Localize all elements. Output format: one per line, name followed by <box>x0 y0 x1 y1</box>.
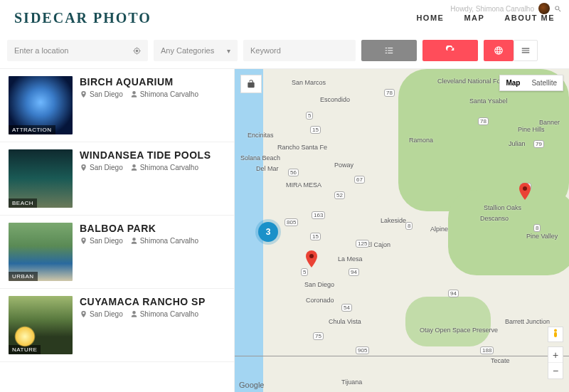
map-city-label: Julian <box>509 140 526 147</box>
person-icon <box>130 237 138 245</box>
listing-city: San Diego <box>90 90 123 98</box>
content-area: ATTRACTION BIRCH AQUARIUM San Diego Shim… <box>0 68 569 392</box>
person-icon <box>130 90 138 98</box>
route-shield: 56 <box>288 169 299 176</box>
map-city-label: La Mesa <box>338 255 363 263</box>
map-city-label: Coronado <box>306 297 334 304</box>
map-city-label: Santa Ysabel <box>469 97 507 105</box>
listing-city: San Diego <box>90 310 123 318</box>
listing-tag: ATTRACTION <box>9 125 55 134</box>
map-city-label: Otay Open Space Preserve <box>420 327 498 334</box>
map-type-switch: Map Satellite <box>499 75 563 91</box>
listing-author: Shimona Carvalho <box>140 90 198 98</box>
map-city-label: Barrett Junction <box>505 318 550 325</box>
streetview-pegman[interactable] <box>548 327 563 342</box>
refresh-button[interactable] <box>422 40 478 61</box>
map-attribution: Google <box>239 381 264 389</box>
svg-point-0 <box>309 254 314 258</box>
listing-title[interactable]: BIRCH AQUARIUM <box>80 76 225 88</box>
map-canvas[interactable]: San MarcosEscondidoEncinitasRancho Santa… <box>235 69 569 392</box>
pin-icon <box>80 237 87 245</box>
listing-meta: San Diego Shimona Carvalho <box>80 237 225 245</box>
zoom-out-button[interactable]: − <box>548 363 563 378</box>
search-icon[interactable] <box>554 5 562 13</box>
map-city-label: Tijuana <box>341 378 362 386</box>
nav-map[interactable]: MAP <box>464 14 484 22</box>
pin-icon <box>80 90 87 98</box>
target-icon <box>133 47 141 55</box>
map-city-label: Alpine <box>430 226 448 233</box>
map-type-satellite[interactable]: Satellite <box>526 75 563 90</box>
route-shield: 15 <box>310 233 321 240</box>
map-marker[interactable] <box>519 183 531 200</box>
listing-tag: BEACH <box>9 198 37 208</box>
listing-card[interactable]: URBAN BALBOA PARK San Diego Shimona Carv… <box>0 216 234 289</box>
preserve <box>405 297 491 346</box>
route-shield: 5 <box>301 268 308 276</box>
route-shield: 78 <box>478 117 489 125</box>
route-shield: 5 <box>306 112 313 120</box>
listing-card[interactable]: ATTRACTION BIRCH AQUARIUM San Diego Shim… <box>0 69 234 142</box>
map-city-label: Escondido <box>320 96 350 103</box>
map-lock-button[interactable] <box>240 75 262 93</box>
listing-card[interactable]: BEACH WINDANSEA TIDE POOLS San Diego Shi… <box>0 142 234 216</box>
main-nav: HOME MAP ABOUT ME <box>416 14 555 22</box>
category-label: Any Categories <box>161 46 214 55</box>
route-shield: 79 <box>533 140 544 148</box>
keyword-placeholder: Keyword <box>250 46 281 55</box>
menu-icon <box>521 46 531 55</box>
listing-author: Shimona Carvalho <box>140 310 198 318</box>
map-marker[interactable] <box>306 250 317 267</box>
listing-sidebar[interactable]: ATTRACTION BIRCH AQUARIUM San Diego Shim… <box>0 69 235 392</box>
logo[interactable]: SIDECAR PHOTO <box>14 10 151 26</box>
border-line <box>235 356 569 356</box>
zoom-in-button[interactable]: + <box>548 347 563 363</box>
marker-cluster[interactable]: 3 <box>258 222 278 242</box>
keyword-input[interactable]: Keyword <box>243 40 356 61</box>
map-city-label: San Marcos <box>292 79 326 86</box>
greeting-text: Howdy, Shimona Carvalho <box>450 5 534 13</box>
route-shield: 75 <box>313 332 324 340</box>
map-city-label: San Diego <box>304 281 334 288</box>
listing-card[interactable]: NATURE CUYAMACA RANCHO SP San Diego Shim… <box>0 289 234 362</box>
category-select[interactable]: Any Categories ▾ <box>154 40 238 61</box>
listing-meta: San Diego Shimona Carvalho <box>80 164 225 171</box>
map-city-label: Banner <box>539 119 560 126</box>
menu-button[interactable] <box>514 40 538 61</box>
location-input[interactable]: Enter a location <box>7 40 148 61</box>
svg-point-1 <box>523 186 527 191</box>
listing-tag: NATURE <box>9 345 41 354</box>
avatar[interactable] <box>538 3 550 14</box>
user-greeting-bar: Howdy, Shimona Carvalho <box>450 3 562 14</box>
listing-title[interactable]: CUYAMACA RANCHO SP <box>80 296 225 307</box>
listing-meta: San Diego Shimona Carvalho <box>80 310 225 318</box>
map-type-map[interactable]: Map <box>500 75 526 90</box>
route-shield: 125 <box>356 240 369 248</box>
listing-thumb: URBAN <box>9 223 73 281</box>
nav-about[interactable]: ABOUT ME <box>504 14 555 22</box>
svg-point-2 <box>554 329 557 332</box>
map-city-label: Stallion Oaks <box>484 204 521 211</box>
map-city-label: Chula Vista <box>329 318 361 325</box>
listing-title[interactable]: WINDANSEA TIDE POOLS <box>80 149 225 161</box>
listing-title[interactable]: BALBOA PARK <box>80 223 225 234</box>
unlock-icon <box>246 79 256 89</box>
nav-home[interactable]: HOME <box>416 14 444 22</box>
route-shield: 94 <box>349 268 359 276</box>
route-shield: 78 <box>384 89 395 97</box>
map-city-label: El Cajon <box>366 241 390 248</box>
route-shield: 67 <box>354 176 365 184</box>
listing-body: BALBOA PARK San Diego Shimona Carvalho <box>80 223 225 281</box>
route-shield: 52 <box>334 191 345 199</box>
refresh-icon <box>445 46 455 55</box>
map-city-label: Rancho Santa Fe <box>277 144 327 151</box>
map-city-label: Solana Beach <box>240 154 280 161</box>
filter-bar: Enter a location Any Categories ▾ Keywor… <box>0 36 569 68</box>
map-city-label: Pine Hills <box>518 126 545 133</box>
globe-button[interactable] <box>484 40 514 61</box>
route-shield: 94 <box>448 290 459 297</box>
listing-thumb: NATURE <box>9 296 73 354</box>
route-shield: 805 <box>284 218 298 226</box>
route-shield: 15 <box>310 126 321 134</box>
list-view-button[interactable] <box>361 40 417 61</box>
